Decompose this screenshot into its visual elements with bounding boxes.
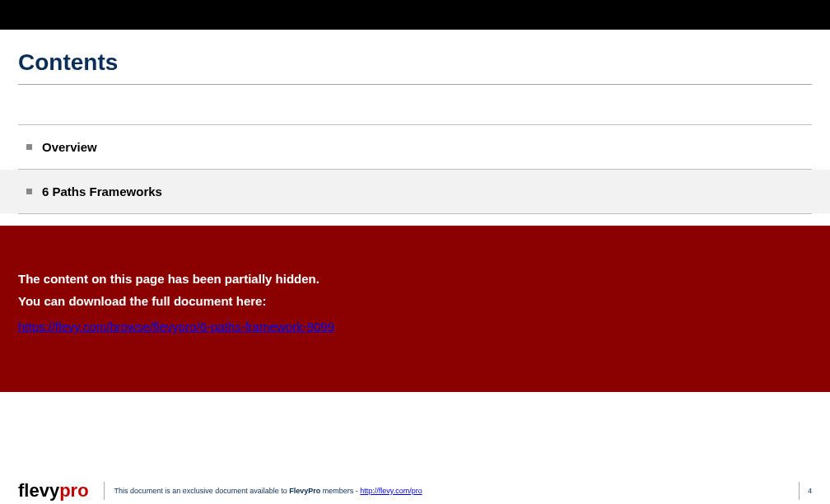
footer: flevypro This document is an exclusive d… [0, 478, 830, 504]
footer-text-bold: FlevyPro [289, 487, 320, 495]
title-area: Contents [0, 30, 830, 84]
contents-item-6-paths[interactable]: 6 Paths Frameworks [0, 170, 830, 213]
footer-link[interactable]: http://flevy.com/pro [360, 487, 422, 495]
contents-item-overview[interactable]: Overview [0, 125, 830, 169]
footer-right: 4 [799, 482, 812, 500]
contents-item-label: Overview [42, 140, 97, 154]
bullet-icon [26, 189, 32, 194]
bullet-icon [26, 144, 32, 150]
logo-flevy: flevy [18, 480, 59, 502]
hidden-line-2: You can download the full document here: [18, 294, 812, 308]
footer-divider [799, 482, 800, 500]
footer-text-mid: members - [320, 487, 360, 495]
footer-divider [104, 482, 105, 500]
download-link[interactable]: https://flevy.com/browse/flevypro/6-path… [18, 320, 334, 334]
slide-page: Contents Overview 6 Paths Frameworks The… [0, 0, 830, 504]
footer-text-pre: This document is an exclusive document a… [114, 487, 290, 495]
page-title: Contents [18, 49, 812, 76]
contents-item-label: 6 Paths Frameworks [42, 184, 162, 198]
footer-text: This document is an exclusive document a… [114, 487, 422, 495]
logo-pro: pro [59, 480, 88, 502]
hidden-content-banner: The content on this page has been partia… [0, 226, 830, 392]
top-black-bar [0, 0, 830, 30]
hidden-line-1: The content on this page has been partia… [18, 272, 812, 286]
spacer [0, 214, 830, 226]
footer-logo: flevypro [18, 480, 89, 502]
spacer [0, 85, 830, 124]
page-number: 4 [808, 487, 812, 495]
